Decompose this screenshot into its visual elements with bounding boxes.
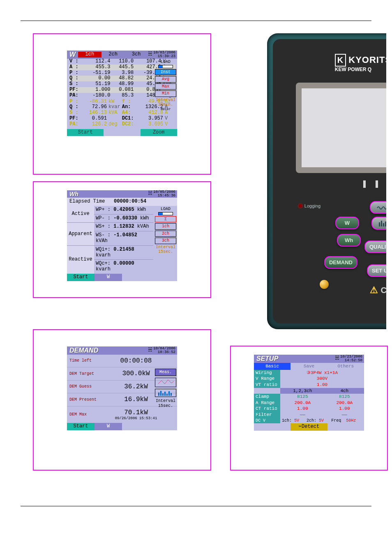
panel-w-range: W 1ch 2ch 3ch ☵ 10/03/200615:39:23 V :11…	[33, 33, 211, 175]
quality-button[interactable]: QUALITY	[364, 240, 386, 253]
demand-title: DEMAND	[67, 347, 101, 354]
svg-rect-2	[162, 393, 164, 396]
setup-timestamp: 10/23/200614:52:50	[340, 355, 364, 363]
wh-title: Wh	[67, 191, 81, 197]
trend-icon[interactable]	[155, 378, 176, 388]
tab-others[interactable]: Others	[327, 363, 364, 370]
ch1-box[interactable]: 1ch	[155, 223, 176, 230]
svg-rect-9	[383, 223, 384, 226]
w-side-panel: LOAD Inst Avg Max Min Interval 30min. 00…	[155, 60, 176, 111]
bar-chart-icon	[378, 221, 386, 226]
panel-demand: DEMAND ☵ 10/04/200610:36:52 Time left00:…	[33, 329, 211, 471]
inst-box[interactable]: Inst	[155, 69, 176, 76]
power-button[interactable]	[320, 280, 329, 289]
w-button[interactable]: W	[335, 217, 359, 229]
ce-marking: ⚠C€	[370, 285, 386, 295]
setup-tabs: Basic Save Others	[254, 363, 364, 370]
interval-value: 30min.	[155, 102, 176, 107]
svg-rect-4	[166, 394, 168, 396]
sigma-box[interactable]: Σ	[155, 216, 176, 223]
dem-w-button[interactable]: W	[95, 423, 122, 430]
setup-button[interactable]: SET UP	[367, 264, 386, 277]
setup-title: SETUP	[254, 355, 281, 362]
tab-save[interactable]: Save	[291, 363, 327, 370]
svg-rect-1	[160, 391, 161, 396]
tab-1ch[interactable]: 1ch	[78, 52, 101, 58]
svg-rect-6	[171, 393, 172, 396]
logo-k-icon: K	[335, 54, 346, 67]
rec-id: 00107	[155, 107, 176, 111]
device-body: KKYORITSU KEW POWER Q Logging W	[267, 33, 386, 329]
wh-energy-table: Active WP+ : 0.42065 kWh WP- : -0.60330 …	[67, 206, 153, 274]
lcd-w-range: W 1ch 2ch 3ch ☵ 10/03/200615:39:23 V :11…	[67, 51, 177, 136]
wave-icon	[377, 205, 386, 210]
tab-3ch[interactable]: 3ch	[125, 52, 148, 58]
svg-rect-8	[381, 221, 382, 226]
w-zoom-button[interactable]: Zoom	[141, 129, 177, 136]
svg-rect-10	[385, 222, 386, 226]
demand-timestamp: 10/04/200610:36:52	[153, 347, 177, 355]
wh-side-panel: LOAD Σ 1ch 2ch 3ch Interval 15sec.	[155, 207, 176, 254]
dem-start-button[interactable]: Start	[67, 423, 95, 430]
card-icon: ☵	[335, 356, 339, 362]
demand-button[interactable]: DEMAND	[324, 256, 357, 269]
interval-label: Interval	[155, 98, 176, 103]
svg-rect-3	[164, 392, 166, 396]
wh-w-button[interactable]: W	[95, 274, 122, 281]
setup-table: Wiring③3P4W x1+1A V Range300V VT ratio1.…	[254, 370, 364, 424]
dem-max-row: DEM Max 70.1kW09/26/2006 15:53:41	[67, 406, 177, 423]
max-box[interactable]: Max	[155, 83, 176, 90]
dem-side-panel: Meas. Interval 15sec.	[155, 355, 176, 408]
logging-led-icon	[299, 204, 302, 208]
tab-2ch[interactable]: 2ch	[101, 52, 125, 58]
svg-rect-0	[158, 392, 159, 396]
min-box[interactable]: Min	[155, 90, 176, 97]
logging-indicator: Logging	[299, 203, 321, 208]
device-lcd	[302, 88, 386, 167]
lcd-setup: SETUP ☵ 10/23/200614:52:50 Basic Save Ot…	[254, 355, 364, 431]
wh-timestamp: 10/05/200615:45:36	[153, 190, 177, 198]
elapsed-time-row: Elapsed Time 00000:00:54	[67, 198, 177, 206]
svg-rect-7	[379, 222, 380, 226]
avg-box[interactable]: Avg	[155, 76, 176, 83]
lcd-wh: Wh ☵ 10/05/200615:45:36 Elapsed Time 000…	[67, 190, 177, 281]
w-title: W	[67, 51, 78, 58]
lcd-demand: DEMAND ☵ 10/04/200610:36:52 Time left00:…	[67, 346, 177, 430]
panel-device: KKYORITSU KEW POWER Q Logging W	[230, 33, 386, 329]
wave-button[interactable]	[370, 201, 386, 214]
detect-icon: ✂	[299, 424, 302, 429]
w-start-button[interactable]: Start	[67, 129, 104, 136]
wh-button[interactable]: Wh	[337, 234, 361, 247]
bars-icon[interactable]	[155, 389, 176, 397]
svg-rect-5	[168, 391, 170, 396]
card-icon: ☵	[148, 52, 152, 58]
warning-triangle-icon: ⚠	[370, 285, 378, 295]
card-icon: ☵	[148, 191, 152, 197]
w-timestamp: 10/03/200615:39:23	[153, 51, 177, 59]
detect-button[interactable]: ✂Detect	[291, 423, 327, 431]
ch2-box[interactable]: 2ch	[155, 231, 176, 237]
panel-wh: Wh ☵ 10/05/200615:45:36 Elapsed Time 000…	[33, 181, 211, 298]
tab-basic[interactable]: Basic	[254, 363, 291, 370]
bar-button[interactable]	[371, 217, 386, 230]
device-lcd-frame	[296, 83, 386, 173]
card-icon: ☵	[148, 348, 152, 353]
wh-start-button[interactable]: Start	[67, 274, 95, 281]
device-logo: KKYORITSU KEW POWER Q	[335, 54, 386, 72]
ch3-box[interactable]: 3ch	[155, 238, 176, 244]
meas-box[interactable]: Meas.	[155, 369, 176, 376]
panel-setup: SETUP ☵ 10/23/200614:52:50 Basic Save Ot…	[230, 346, 388, 471]
